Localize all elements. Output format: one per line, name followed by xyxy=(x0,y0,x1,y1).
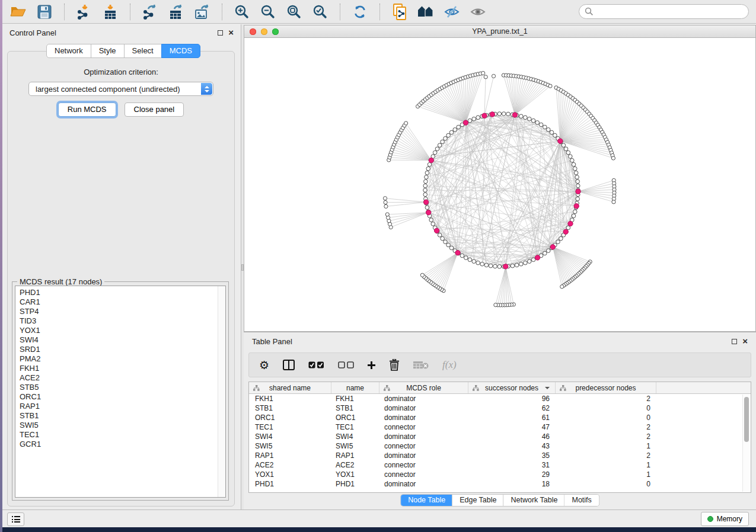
network-node[interactable] xyxy=(566,150,570,155)
network-node[interactable] xyxy=(423,184,428,188)
mcds-result-item[interactable]: SWI4 xyxy=(20,335,225,345)
network-node[interactable] xyxy=(433,150,437,155)
tab-select[interactable]: Select xyxy=(124,44,162,58)
mcds-result-item[interactable]: TID3 xyxy=(20,316,225,326)
table-row[interactable]: SWI4SWI4dominator462 xyxy=(249,432,751,441)
float-panel-button[interactable] xyxy=(218,30,223,36)
network-node[interactable] xyxy=(573,166,577,171)
network-node[interactable] xyxy=(424,180,428,184)
network-node[interactable] xyxy=(519,262,523,266)
first-neighbors-button[interactable] xyxy=(417,4,435,20)
network-node[interactable] xyxy=(385,213,389,216)
network-node[interactable] xyxy=(572,162,576,166)
export-table-button[interactable] xyxy=(167,4,185,20)
column-header-name[interactable]: name xyxy=(331,382,379,393)
tab-motifs[interactable]: Motifs xyxy=(564,495,598,506)
mcds-result-item[interactable]: FKH1 xyxy=(20,364,225,373)
network-node[interactable] xyxy=(429,218,433,222)
network-node[interactable] xyxy=(446,243,451,247)
column-header-predecessor-nodes[interactable]: predecessor nodes xyxy=(556,382,656,393)
network-node[interactable] xyxy=(428,162,432,166)
close-panel-button[interactable]: × xyxy=(228,30,234,36)
tab-edge-table[interactable]: Edge Table xyxy=(452,495,503,506)
mcds-result-item[interactable]: STP4 xyxy=(20,307,225,316)
mcds-node[interactable] xyxy=(563,229,568,234)
network-node[interactable] xyxy=(559,236,563,241)
network-node[interactable] xyxy=(489,264,493,268)
tab-mcds[interactable]: MCDS xyxy=(161,44,200,58)
mcds-list-scrollbar[interactable] xyxy=(218,286,225,497)
mcds-result-item[interactable]: STB5 xyxy=(20,383,225,392)
save-session-button[interactable] xyxy=(36,4,53,20)
network-node[interactable] xyxy=(449,246,454,250)
network-node[interactable] xyxy=(556,240,560,244)
toggle-column-visibility-button[interactable] xyxy=(283,356,295,374)
table-row[interactable]: RAP1RAP1dominator352 xyxy=(249,451,751,460)
minimize-window-button[interactable] xyxy=(261,28,267,35)
network-node[interactable] xyxy=(515,263,519,267)
network-node[interactable] xyxy=(546,128,550,132)
network-node[interactable] xyxy=(564,147,568,151)
network-node[interactable] xyxy=(449,130,454,134)
network-node[interactable] xyxy=(425,171,429,175)
network-node[interactable] xyxy=(438,143,442,148)
mcds-node[interactable] xyxy=(576,189,580,194)
mcds-node[interactable] xyxy=(535,255,540,260)
network-node[interactable] xyxy=(576,184,580,188)
mcds-node[interactable] xyxy=(429,158,433,162)
apply-function-button[interactable]: f(x) xyxy=(442,356,457,374)
mcds-node[interactable] xyxy=(512,113,517,117)
network-node[interactable] xyxy=(566,226,570,230)
network-node[interactable] xyxy=(484,263,489,267)
network-node[interactable] xyxy=(497,265,502,269)
network-node[interactable] xyxy=(431,222,435,226)
network-node[interactable] xyxy=(493,264,497,268)
network-node[interactable] xyxy=(511,264,515,268)
network-node[interactable] xyxy=(570,158,575,162)
network-node[interactable] xyxy=(502,112,506,116)
network-node[interactable] xyxy=(611,156,615,160)
network-node[interactable] xyxy=(576,180,580,184)
table-row[interactable]: FKH1FKH1dominator962 xyxy=(249,394,751,403)
network-node[interactable] xyxy=(494,303,497,307)
table-row[interactable]: PHD1PHD1dominator180 xyxy=(249,479,751,489)
zoom-selected-button[interactable] xyxy=(311,4,329,20)
close-window-button[interactable] xyxy=(250,28,256,35)
mcds-result-item[interactable]: ORC1 xyxy=(20,392,225,402)
network-node[interactable] xyxy=(423,188,428,193)
delete-table-button[interactable] xyxy=(413,356,429,374)
mcds-result-item[interactable]: PMA2 xyxy=(20,354,225,364)
network-node[interactable] xyxy=(423,193,428,197)
table-row[interactable]: STB1STB1dominator620 xyxy=(249,403,751,413)
network-node[interactable] xyxy=(576,197,580,201)
mcds-node[interactable] xyxy=(423,200,428,204)
close-table-panel-button[interactable]: × xyxy=(742,338,748,344)
network-node[interactable] xyxy=(384,200,387,204)
network-node[interactable] xyxy=(420,273,424,277)
mcds-node[interactable] xyxy=(426,210,430,215)
mcds-result-item[interactable]: STB1 xyxy=(20,411,225,421)
network-node[interactable] xyxy=(472,117,476,121)
mcds-result-item[interactable]: GCR1 xyxy=(20,440,225,449)
mcds-node[interactable] xyxy=(568,221,573,226)
network-node[interactable] xyxy=(444,240,448,244)
export-image-button[interactable] xyxy=(193,4,211,20)
network-node[interactable] xyxy=(531,258,535,262)
network-node[interactable] xyxy=(531,118,535,123)
network-node[interactable] xyxy=(528,259,532,264)
network-node[interactable] xyxy=(519,114,523,118)
network-node[interactable] xyxy=(460,254,464,258)
network-node[interactable] xyxy=(572,214,576,218)
network-node[interactable] xyxy=(453,128,457,132)
network-node[interactable] xyxy=(524,261,528,265)
network-node[interactable] xyxy=(543,251,547,255)
maximize-window-button[interactable] xyxy=(272,28,279,35)
mcds-result-item[interactable]: YOX1 xyxy=(20,326,225,335)
network-canvas[interactable] xyxy=(244,38,756,332)
network-node[interactable] xyxy=(383,197,387,200)
table-scrollbar-thumb[interactable] xyxy=(744,397,749,442)
memory-button[interactable]: Memory xyxy=(701,512,749,526)
column-header-mcds-role[interactable]: MCDS role xyxy=(379,382,468,393)
network-node[interactable] xyxy=(425,175,429,180)
mcds-result-list[interactable]: PHD1CAR1STP4TID3YOX1SWI4SRD1PMA2FKH1ACE2… xyxy=(15,286,226,498)
